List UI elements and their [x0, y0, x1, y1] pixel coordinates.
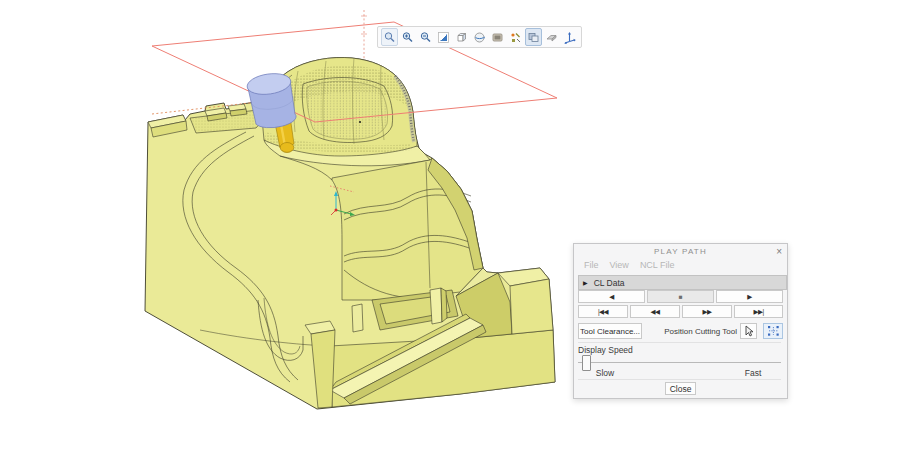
- go-to-start-button[interactable]: |◀◀: [578, 305, 628, 318]
- slow-label: Slow: [590, 368, 620, 378]
- close-button[interactable]: Close: [665, 382, 696, 395]
- zoom-in-icon[interactable]: [399, 28, 416, 46]
- datum-display-filters-icon[interactable]: [507, 28, 524, 46]
- play-forward-icon: ▶: [747, 293, 752, 301]
- step-forward-button[interactable]: ▶▶: [682, 305, 732, 318]
- cl-data-expander[interactable]: ▶ CL Data: [578, 275, 787, 290]
- step-forward-icon: ▶▶: [703, 308, 712, 316]
- dialog-menubar: File View NCL File: [584, 260, 675, 270]
- graphics-toolbar: [377, 26, 582, 48]
- spin-center-icon[interactable]: [561, 28, 578, 46]
- separator: [578, 342, 781, 343]
- play-backward-icon: ◀: [609, 293, 614, 301]
- mold-model[interactable]: [145, 58, 555, 409]
- application-window: PLAY PATH × File View NCL File ▶ CL Data…: [0, 0, 900, 450]
- expander-triangle-icon: ▶: [583, 279, 588, 286]
- display-speed-slider-track[interactable]: [578, 362, 781, 363]
- dialog-title: PLAY PATH: [574, 244, 787, 258]
- position-cutting-tool-button[interactable]: [740, 323, 757, 339]
- close-icon[interactable]: ×: [776, 245, 782, 258]
- tool-clearance-button[interactable]: Tool Clearance...: [578, 323, 642, 339]
- view-manager-icon[interactable]: [525, 28, 542, 46]
- position-cutting-tool-label: Position Cutting Tool: [644, 327, 737, 336]
- menu-view[interactable]: View: [610, 260, 629, 270]
- play-backward-button[interactable]: ◀: [578, 290, 645, 303]
- annotation-display-icon[interactable]: [543, 28, 560, 46]
- named-views-icon[interactable]: [453, 28, 470, 46]
- separator: [578, 379, 781, 380]
- saved-orientations-icon[interactable]: [471, 28, 488, 46]
- zoom-tool-icon[interactable]: [381, 28, 398, 46]
- go-to-end-icon: ▶▶|: [753, 308, 763, 316]
- refit-icon[interactable]: [435, 28, 452, 46]
- play-forward-button[interactable]: ▶: [716, 290, 783, 303]
- stop-button[interactable]: ■: [647, 290, 714, 303]
- stop-icon: ■: [679, 293, 682, 300]
- display-speed-label: Display Speed: [578, 345, 633, 355]
- menu-ncl-file[interactable]: NCL File: [640, 260, 675, 270]
- play-path-dialog: PLAY PATH × File View NCL File ▶ CL Data…: [573, 243, 788, 399]
- cursor-arrow-icon: [744, 325, 754, 337]
- go-to-end-button[interactable]: ▶▶|: [734, 305, 783, 318]
- step-backward-button[interactable]: ◀◀: [630, 305, 680, 318]
- step-backward-icon: ◀◀: [651, 308, 660, 316]
- fast-label: Fast: [738, 368, 768, 378]
- go-to-start-icon: |◀◀: [598, 308, 608, 316]
- cl-points-icon: [767, 325, 780, 337]
- cl-data-label: CL Data: [594, 278, 625, 288]
- zoom-out-icon[interactable]: [417, 28, 434, 46]
- menu-file[interactable]: File: [584, 260, 599, 270]
- cl-point-display-button[interactable]: [763, 323, 783, 339]
- display-style-icon[interactable]: [489, 28, 506, 46]
